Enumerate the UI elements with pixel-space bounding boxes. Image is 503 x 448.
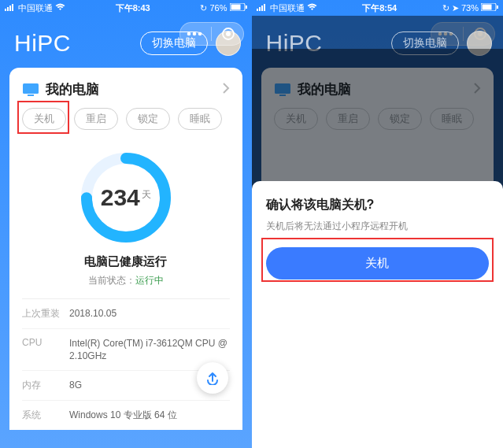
svg-point-7 — [187, 32, 191, 36]
wifi-icon — [55, 3, 65, 13]
svg-rect-18 — [261, 6, 263, 11]
sync-icon: ↻ — [200, 3, 207, 13]
spec-row-os: 系统 Windows 10 专业版 64 位 — [22, 401, 230, 430]
svg-point-11 — [226, 31, 231, 36]
svg-rect-6 — [246, 6, 247, 9]
clock-text: 下午8:43 — [116, 2, 150, 14]
signal-icon — [257, 3, 268, 13]
clock-text: 下午8:54 — [362, 2, 397, 14]
confirm-shutdown-button[interactable]: 关机 — [266, 247, 490, 280]
ring-unit: 天 — [142, 188, 151, 202]
carrier-text: 中国联通 — [270, 2, 305, 14]
health-text: 电脑已健康运行 — [22, 254, 230, 269]
location-icon: ➤ — [452, 3, 459, 13]
miniprogram-capsule[interactable] — [179, 22, 244, 46]
phone-screenshot-right: 中国联通 下午8:54 ↻ ➤ 73% HiPC 切换电脑 — [252, 0, 504, 448]
status-value: 运行中 — [135, 275, 164, 286]
confirm-sheet: 确认将该电脑关机? 关机后将无法通过小程序远程开机 关机 — [252, 181, 504, 448]
status-label: 当前状态： — [88, 275, 135, 286]
shutdown-button[interactable]: 关机 — [22, 108, 66, 130]
chevron-right-icon — [223, 83, 230, 97]
svg-rect-3 — [12, 4, 13, 11]
svg-rect-5 — [231, 5, 240, 10]
pc-title-row[interactable]: 我的电脑 — [22, 80, 230, 106]
svg-rect-21 — [483, 5, 492, 10]
svg-point-9 — [198, 32, 202, 36]
health-ring: 234 天 — [76, 147, 176, 248]
svg-rect-2 — [9, 6, 11, 11]
svg-rect-19 — [264, 4, 265, 11]
restart-button[interactable]: 重启 — [74, 108, 118, 130]
ring-value: 234 — [101, 184, 140, 211]
upload-float-button[interactable] — [197, 362, 228, 394]
svg-point-8 — [193, 32, 197, 36]
sync-icon: ↻ — [442, 3, 449, 13]
status-bar: 中国联通 下午8:43 ↻ 76% — [0, 0, 252, 16]
capsule-menu-icon[interactable] — [180, 31, 209, 36]
sheet-title: 确认将该电脑关机? — [266, 197, 490, 213]
spec-row-reinstall: 上次重装 2018.10.05 — [22, 299, 230, 329]
battery-icon — [230, 3, 247, 13]
svg-rect-22 — [497, 6, 498, 9]
status-row: 当前状态：运行中 — [22, 274, 230, 298]
battery-text: 76% — [209, 3, 227, 13]
monitor-icon — [22, 83, 39, 97]
battery-text: 73% — [461, 3, 479, 13]
svg-rect-1 — [7, 7, 9, 11]
phone-screenshot-left: 中国联通 下午8:43 ↻ 76% HiPC 切换电脑 — [0, 0, 252, 448]
pc-name-text: 我的电脑 — [46, 80, 216, 98]
battery-icon — [481, 3, 498, 13]
svg-rect-0 — [5, 9, 6, 11]
specs-table: 上次重装 2018.10.05 CPU Intel(R) Core(TM) i7… — [22, 298, 230, 430]
sheet-subtitle: 关机后将无法通过小程序远程开机 — [266, 220, 490, 233]
svg-rect-13 — [28, 94, 34, 96]
sleep-button[interactable]: 睡眠 — [178, 108, 222, 130]
svg-rect-12 — [23, 83, 39, 94]
status-bar: 中国联通 下午8:54 ↻ ➤ 73% — [252, 0, 504, 16]
lock-button[interactable]: 锁定 — [126, 108, 170, 130]
svg-rect-17 — [259, 7, 261, 11]
signal-icon — [5, 3, 16, 13]
svg-rect-16 — [257, 9, 258, 11]
wifi-icon — [307, 3, 317, 13]
main-card: 我的电脑 关机 重启 锁定 睡眠 234 天 电脑已健康运行 当前状态：运行中 — [9, 68, 242, 430]
carrier-text: 中国联通 — [18, 2, 53, 14]
spec-row-cpu: CPU Intel(R) Core(TM) i7-3612QM CPU @ 2.… — [22, 329, 230, 371]
power-actions: 关机 重启 锁定 睡眠 — [22, 106, 230, 138]
brand-title: HiPC — [14, 30, 132, 57]
capsule-close-icon[interactable] — [214, 27, 243, 41]
